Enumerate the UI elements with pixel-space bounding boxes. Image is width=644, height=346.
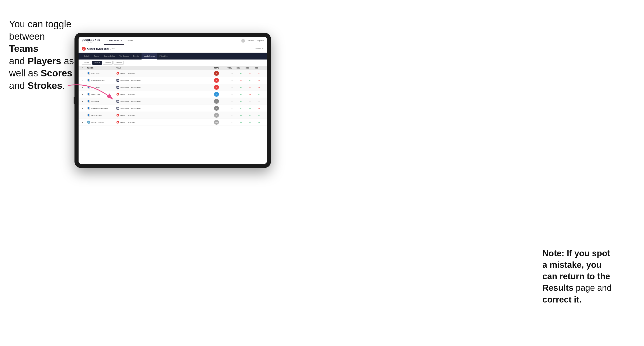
leaderboard-table: # PLAYER TEAM TOTAL THRU RD1 RD2 RD3 1 👤… bbox=[78, 66, 267, 164]
logo-title: SCOREBOARD bbox=[82, 39, 100, 41]
table-row: 7 👤 Blair McHarg C Clippd College [A] +8… bbox=[78, 112, 267, 119]
rd1: +1 bbox=[236, 100, 246, 102]
rd2: +5 bbox=[246, 79, 254, 81]
clippd-logo-icon: C bbox=[82, 47, 86, 51]
table-row: 1 👤 Elliot Ebert C Clippd College [A] -8… bbox=[78, 70, 267, 77]
rd1: +1 bbox=[236, 86, 246, 88]
logo-subtitle: Powered by clippd bbox=[82, 41, 100, 43]
team-cell: Scoreboard University [A] bbox=[116, 86, 214, 89]
player-name: Marcus Turners bbox=[92, 121, 104, 123]
nav-links: TOURNAMENTS TEAMS bbox=[104, 37, 241, 45]
col-rd3: RD3 bbox=[254, 67, 264, 69]
thru: F bbox=[228, 121, 236, 123]
tab-leaderboards[interactable]: Leaderboards bbox=[142, 53, 157, 59]
player-avatar: 👤 bbox=[87, 79, 90, 82]
rd1: +2 bbox=[236, 121, 246, 123]
team-name: Clippd College [A] bbox=[120, 72, 134, 74]
tab-tee-groups[interactable]: Tee Groups bbox=[117, 53, 131, 59]
left-annotation: You can toggle between Teams and Players… bbox=[9, 18, 74, 92]
col-rd1: RD1 bbox=[236, 67, 246, 69]
nav-link-teams[interactable]: TEAMS bbox=[124, 37, 136, 45]
total-score: +8 bbox=[214, 113, 219, 118]
total-score: +1 bbox=[214, 99, 219, 104]
rd3: -5 bbox=[254, 72, 264, 74]
nav-right: T Test User | Sign out bbox=[241, 39, 264, 43]
app-logo: SCOREBOARD Powered by clippd bbox=[82, 39, 100, 43]
table-row: 6 👤 Cameron Robertson Scoreboard Univers… bbox=[78, 105, 267, 112]
sub-tab-scores[interactable]: Scores bbox=[103, 61, 113, 65]
player-cell: MT Marcus Turners bbox=[87, 121, 116, 124]
col-thru: THRU bbox=[228, 67, 236, 69]
player-name: Blair McHarg bbox=[92, 114, 102, 116]
player-cell: 👤 Elliot Ebert bbox=[87, 72, 116, 75]
nav-link-tournaments[interactable]: TOURNAMENTS bbox=[104, 37, 124, 45]
rd3: -4 bbox=[254, 79, 264, 81]
thru: F bbox=[228, 72, 236, 74]
team-name: Scoreboard University [A] bbox=[120, 107, 141, 109]
player-cell: 👤 Chris Robertson bbox=[87, 79, 116, 82]
player-cell: 👤 Blair McHarg bbox=[87, 114, 116, 117]
sub-tab-players[interactable]: Players bbox=[92, 61, 102, 65]
tab-teams[interactable]: Teams bbox=[92, 53, 102, 59]
total-score: +6 bbox=[214, 106, 219, 111]
player-avatar: 👤 bbox=[87, 72, 90, 75]
thru: F bbox=[228, 93, 236, 95]
rd1: +2 bbox=[236, 114, 246, 116]
sub-tab-teams[interactable]: Teams bbox=[82, 61, 91, 65]
row-num: 7 bbox=[82, 114, 87, 116]
tournament-header: C Clippd Invitational (Men) Cancel ✕ bbox=[78, 45, 267, 53]
team-cell: Scoreboard University [A] bbox=[116, 100, 214, 103]
team-name: Scoreboard University [A] bbox=[120, 100, 141, 102]
sign-out-link[interactable]: Sign out bbox=[257, 40, 264, 42]
player-avatar: MT bbox=[87, 121, 90, 124]
tab-results[interactable]: Results bbox=[131, 53, 142, 59]
sub-tab-strokes[interactable]: Strokes bbox=[114, 61, 124, 65]
rd2: E bbox=[246, 100, 254, 102]
rd1: -5 bbox=[236, 79, 246, 81]
right-annotation: Note: If you spot a mistake, you can ret… bbox=[542, 248, 633, 305]
arrow-annotation bbox=[63, 83, 118, 104]
user-name: Test User | bbox=[247, 40, 255, 42]
sub-tabs: Teams Players Scores Strokes bbox=[78, 59, 267, 66]
total-score: -2 bbox=[214, 85, 219, 90]
team-cell: C Clippd College [A] bbox=[116, 93, 214, 96]
thru: F bbox=[228, 79, 236, 81]
player-avatar: 👤 bbox=[87, 107, 90, 110]
rd1: +3 bbox=[236, 72, 246, 74]
table-header: # PLAYER TEAM TOTAL THRU RD1 RD2 RD3 bbox=[78, 66, 267, 70]
team-logo-clippd: C bbox=[116, 114, 119, 117]
row-num: 6 bbox=[82, 107, 87, 109]
rd3: -1 bbox=[254, 86, 264, 88]
total-score: -8 bbox=[214, 71, 219, 76]
thru: F bbox=[228, 114, 236, 116]
team-name: Scoreboard University [A] bbox=[120, 79, 141, 81]
tournament-gender: (Men) bbox=[110, 48, 115, 50]
col-num: # bbox=[82, 67, 87, 69]
tab-course-setup[interactable]: Course Setup bbox=[102, 53, 117, 59]
team-name: Clippd College [A] bbox=[120, 114, 134, 116]
tab-printables[interactable]: Printables bbox=[157, 53, 170, 59]
table-row: 8 MT Marcus Turners C Clippd College [A]… bbox=[78, 119, 267, 126]
rd3: +6 bbox=[254, 114, 264, 116]
team-cell: C Clippd College [A] bbox=[116, 121, 214, 124]
cancel-button[interactable]: Cancel ✕ bbox=[256, 48, 264, 50]
rd2: -4 bbox=[246, 93, 254, 95]
team-cell: C Clippd College [A] bbox=[116, 114, 214, 117]
rd2: +2 bbox=[246, 107, 254, 109]
col-team: TEAM bbox=[116, 67, 214, 69]
team-name: Scoreboard University [A] bbox=[120, 86, 141, 88]
team-name: Clippd College [A] bbox=[120, 93, 134, 95]
table-row: 2 👤 Chris Robertson Scoreboard Universit… bbox=[78, 77, 267, 84]
row-num: 2 bbox=[82, 79, 87, 81]
col-player: PLAYER bbox=[87, 67, 116, 69]
rd2: -2 bbox=[246, 86, 254, 88]
tournament-name: Clippd Invitational bbox=[87, 47, 108, 50]
thru: F bbox=[228, 107, 236, 109]
nav-bar: SCOREBOARD Powered by clippd TOURNAMENTS… bbox=[78, 37, 267, 45]
player-name: Cameron Robertson bbox=[92, 107, 108, 109]
tab-details[interactable]: Details bbox=[82, 53, 92, 59]
close-icon: ✕ bbox=[262, 48, 264, 50]
row-num: 8 bbox=[82, 121, 87, 123]
thru: F bbox=[228, 100, 236, 102]
thru: F bbox=[228, 86, 236, 88]
